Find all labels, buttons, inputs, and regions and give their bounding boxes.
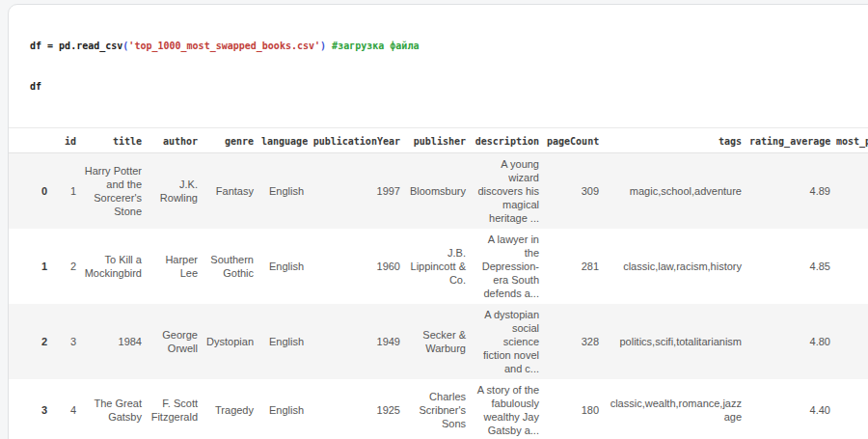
column-header-genre: genre — [202, 128, 258, 153]
cell-tags: classic,law,racism,history — [603, 229, 746, 304]
dataframe-output: idtitleauthorgenrelanguagepublicationYea… — [9, 128, 868, 439]
cell-id: 2 — [51, 229, 80, 304]
cell-rating_average: 4.80 — [746, 304, 834, 379]
row-index: 3 — [9, 379, 51, 439]
row-index: 2 — [9, 304, 51, 379]
cell-publicationYear: 1997 — [308, 153, 404, 230]
code-line-2: df — [30, 80, 868, 94]
header-row: idtitleauthorgenrelanguagepublicationYea… — [9, 128, 868, 153]
notebook-cell: df = pd.read_csv('top_1000_most_swapped_… — [8, 4, 868, 439]
cell-pageCount: 309 — [543, 153, 603, 230]
cell-pageCount: 180 — [543, 379, 603, 439]
cell-rating_average: 4.85 — [746, 229, 834, 304]
code-editor[interactable]: df = pd.read_csv('top_1000_most_swapped_… — [9, 5, 868, 128]
cell-most_po — [834, 379, 868, 439]
cell-genre: Southern Gothic — [202, 229, 258, 304]
cell-language: English — [258, 229, 308, 304]
column-header-title: title — [80, 128, 146, 153]
cell-most_po — [834, 229, 868, 304]
cell-title: Harry Potter and the Sorcerer's Stone — [80, 153, 146, 230]
column-header-author: author — [146, 128, 202, 153]
cell-id: 3 — [51, 304, 80, 379]
column-header-description: description — [470, 128, 543, 153]
column-header-rating_average: rating_average — [746, 128, 834, 153]
cell-title: 1984 — [80, 304, 146, 379]
dataframe-table: idtitleauthorgenrelanguagepublicationYea… — [9, 128, 868, 439]
table-row: 12To Kill a MockingbirdHarper LeeSouther… — [9, 229, 868, 304]
cell-publicationYear: 1949 — [308, 304, 404, 379]
table-row: 34The Great GatsbyF. Scott FitzgeraldTra… — [9, 379, 868, 439]
cell-description: A story of the fabulously wealthy Jay Ga… — [470, 379, 543, 439]
cell-pageCount: 281 — [543, 229, 603, 304]
cell-pageCount: 328 — [543, 304, 603, 379]
cell-genre: Tragedy — [202, 379, 258, 439]
code-token-string: 'top_1000_most_swapped_books.csv' — [128, 41, 320, 51]
cell-title: The Great Gatsby — [80, 379, 146, 439]
cell-rating_average: 4.89 — [746, 153, 834, 230]
table-body: 01Harry Potter and the Sorcerer's StoneJ… — [9, 153, 868, 439]
cell-publicationYear: 1925 — [308, 379, 404, 439]
cell-publisher: Charles Scribner's Sons — [404, 379, 470, 439]
cell-description: A dystopian social science fiction novel… — [470, 304, 543, 379]
cell-title: To Kill a Mockingbird — [80, 229, 146, 304]
cell-most_po — [834, 153, 868, 230]
cell-id: 4 — [51, 379, 80, 439]
cell-publisher: Bloomsbury — [404, 153, 470, 230]
cell-language: English — [258, 304, 308, 379]
cell-genre: Fantasy — [202, 153, 258, 230]
cell-most_po — [834, 304, 868, 379]
cell-id: 1 — [51, 153, 80, 230]
column-header-language: language — [258, 128, 308, 153]
cell-publisher: J.B. Lippincott & Co. — [404, 229, 470, 304]
column-header-pageCount: pageCount — [543, 128, 603, 153]
table-row: 231984George OrwellDystopianEnglish1949S… — [9, 304, 868, 379]
cell-rating_average: 4.40 — [746, 379, 834, 439]
code-token-comment: #загрузка файла — [332, 41, 419, 51]
cell-tags: classic,wealth,romance,jazz age — [603, 379, 746, 439]
cell-author: F. Scott Fitzgerald — [146, 379, 202, 439]
cell-description: A lawyer in the Depression-era South def… — [470, 229, 543, 304]
column-header-tags: tags — [603, 128, 746, 153]
row-index: 0 — [9, 153, 51, 230]
code-line-1: df = pd.read_csv('top_1000_most_swapped_… — [30, 40, 868, 53]
cell-publicationYear: 1960 — [308, 229, 404, 304]
cell-language: English — [258, 153, 308, 230]
cell-description: A young wizard discovers his magical her… — [470, 153, 543, 230]
column-header-most_po: most_po — [834, 128, 868, 153]
cell-publisher: Secker & Warburg — [404, 304, 470, 379]
row-index: 1 — [9, 229, 51, 304]
cell-language: English — [258, 379, 308, 439]
column-header-id: id — [51, 128, 80, 153]
cell-author: Harper Lee — [146, 229, 202, 304]
cell-author: George Orwell — [146, 304, 202, 379]
cell-tags: politics,scifi,totalitarianism — [603, 304, 746, 379]
table-row: 01Harry Potter and the Sorcerer's StoneJ… — [9, 153, 868, 230]
column-header-publicationYear: publicationYear — [308, 128, 404, 153]
cell-genre: Dystopian — [202, 304, 258, 379]
index-column-header — [9, 128, 51, 153]
code-token-plain: df = pd.read_csv — [30, 41, 122, 51]
cell-tags: magic,school,adventure — [603, 153, 746, 230]
column-header-publisher: publisher — [404, 128, 470, 153]
cell-author: J.K. Rowling — [146, 153, 202, 230]
